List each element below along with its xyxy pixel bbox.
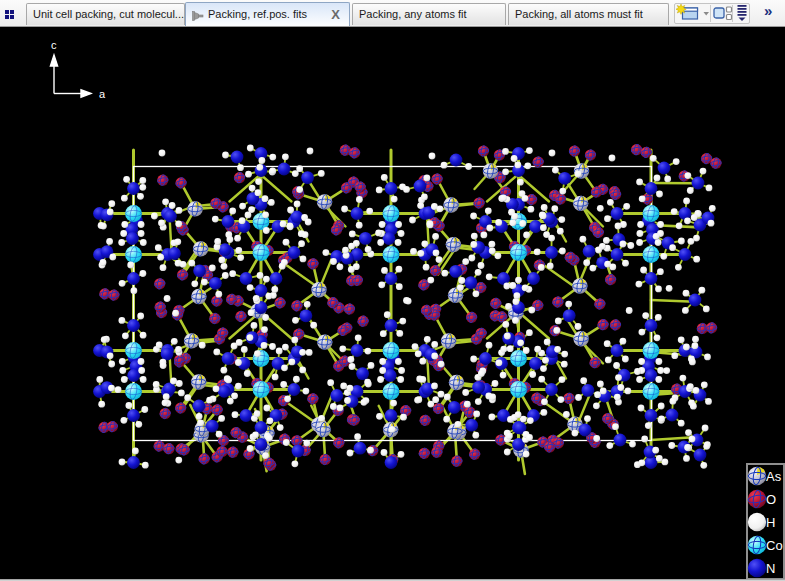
svg-text:As: As [766, 469, 782, 484]
svg-text:O: O [766, 492, 776, 507]
svg-text:Co: Co [766, 538, 783, 553]
svg-text:c: c [51, 39, 57, 51]
svg-text:N: N [766, 561, 775, 576]
svg-text:a: a [99, 88, 106, 100]
svg-text:H: H [766, 515, 775, 530]
